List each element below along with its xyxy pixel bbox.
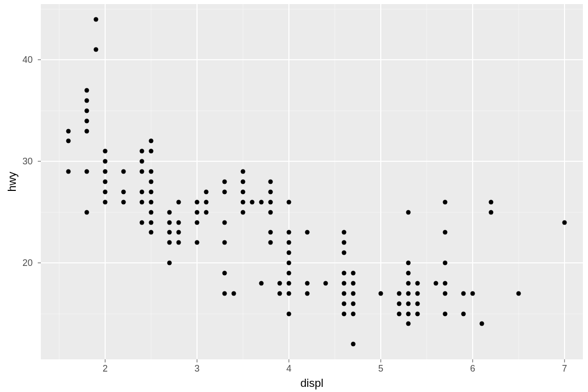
data-point <box>342 301 347 306</box>
data-point <box>121 200 126 204</box>
data-point <box>406 271 411 275</box>
grid-minor-v <box>335 4 335 359</box>
data-point <box>287 230 291 235</box>
data-point <box>241 210 246 214</box>
data-point <box>85 129 89 133</box>
y-tick-label: 30 <box>22 156 33 167</box>
data-point <box>287 251 291 255</box>
x-tick-label: 5 <box>378 363 383 374</box>
data-point <box>204 210 209 214</box>
data-point <box>406 261 411 265</box>
data-point <box>140 159 144 164</box>
data-point <box>149 180 154 184</box>
data-point <box>406 281 411 285</box>
grid-major-h <box>41 161 583 162</box>
x-tick-mark <box>197 359 198 362</box>
data-point <box>278 281 282 285</box>
data-point <box>351 311 356 316</box>
data-point <box>140 149 144 154</box>
grid-major-h <box>41 262 583 263</box>
y-tick-mark <box>38 263 41 263</box>
data-point <box>177 220 181 225</box>
data-point <box>443 311 448 316</box>
data-point <box>461 291 466 296</box>
data-point <box>85 98 89 103</box>
data-point <box>241 180 246 184</box>
data-point <box>287 200 291 204</box>
y-tick-mark <box>38 161 41 162</box>
data-point <box>177 230 181 235</box>
data-point <box>177 200 181 204</box>
data-point <box>140 220 144 225</box>
data-point <box>342 281 347 285</box>
data-point <box>195 200 200 204</box>
grid-minor-v <box>59 4 60 359</box>
data-point <box>149 139 154 143</box>
data-point <box>287 311 291 316</box>
data-point <box>94 47 99 52</box>
data-point <box>167 210 172 214</box>
data-point <box>268 210 273 214</box>
data-point <box>342 240 347 245</box>
data-point <box>223 180 227 184</box>
y-tick-label: 20 <box>22 258 33 268</box>
data-point <box>223 220 227 225</box>
data-point <box>241 169 246 174</box>
grid-minor-h <box>41 313 583 314</box>
x-tick-label: 6 <box>470 363 475 374</box>
data-point <box>443 200 448 204</box>
data-point <box>149 200 154 204</box>
data-point <box>85 118 89 123</box>
data-point <box>232 291 236 296</box>
data-point <box>562 220 567 225</box>
data-point <box>406 210 411 214</box>
data-point <box>342 251 347 255</box>
data-point <box>278 291 282 296</box>
data-point <box>121 169 126 174</box>
data-point <box>103 200 108 204</box>
data-point <box>103 180 108 184</box>
data-point <box>415 291 420 296</box>
grid-minor-h <box>41 212 583 212</box>
data-point <box>443 261 448 265</box>
data-point <box>434 281 438 285</box>
data-point <box>85 108 89 113</box>
data-point <box>167 240 172 245</box>
y-axis-title: hwy <box>6 172 19 191</box>
x-tick-label: 4 <box>286 363 291 374</box>
data-point <box>223 271 227 275</box>
data-point <box>415 301 420 306</box>
data-point <box>167 230 172 235</box>
x-tick-mark <box>105 359 106 362</box>
data-point <box>480 322 484 326</box>
plot-panel <box>41 4 583 359</box>
data-point <box>167 220 172 225</box>
data-point <box>204 200 209 204</box>
data-point <box>103 169 108 174</box>
data-point <box>149 230 154 235</box>
data-point <box>287 281 291 285</box>
data-point <box>517 291 521 296</box>
grid-minor-h <box>41 110 583 111</box>
x-tick-mark <box>289 359 289 362</box>
data-point <box>85 210 89 214</box>
data-point <box>351 281 356 285</box>
x-axis-title: displ <box>300 377 323 390</box>
data-point <box>351 342 356 347</box>
data-point <box>140 200 144 204</box>
data-point <box>443 291 448 296</box>
data-point <box>177 240 181 245</box>
grid-major-v <box>380 4 381 359</box>
data-point <box>223 189 227 194</box>
data-point <box>268 230 273 235</box>
data-point <box>471 291 475 296</box>
x-tick-mark <box>381 359 381 362</box>
data-point <box>397 301 402 306</box>
data-point <box>489 200 494 204</box>
grid-minor-h <box>41 9 583 9</box>
grid-major-v <box>472 4 473 359</box>
x-tick-label: 2 <box>103 363 108 374</box>
data-point <box>149 169 154 174</box>
data-point <box>66 169 71 174</box>
data-point <box>489 210 494 214</box>
